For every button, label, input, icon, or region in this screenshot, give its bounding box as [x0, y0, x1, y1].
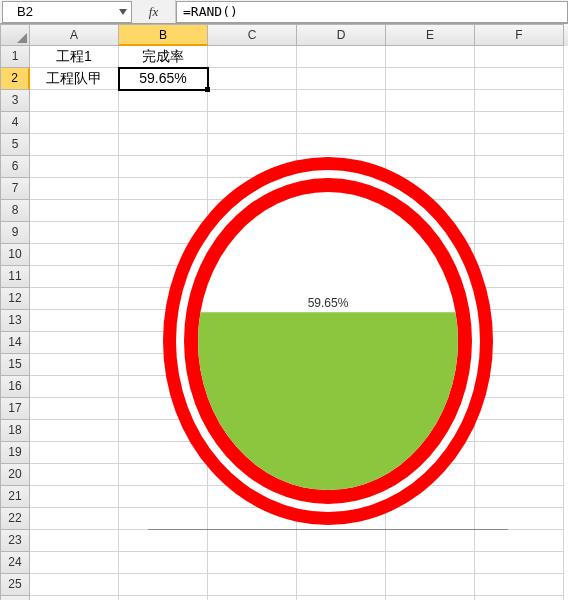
cell-F4[interactable] — [475, 112, 564, 134]
cell-D26[interactable] — [297, 596, 386, 600]
row-header-6[interactable]: 6 — [0, 156, 30, 178]
row-header-5[interactable]: 5 — [0, 134, 30, 156]
row-header-25[interactable]: 25 — [0, 574, 30, 596]
cell-A25[interactable] — [30, 574, 119, 596]
row-header-15[interactable]: 15 — [0, 354, 30, 376]
cell-A26[interactable] — [30, 596, 119, 600]
row-header-17[interactable]: 17 — [0, 398, 30, 420]
spreadsheet-grid[interactable]: A B C D E F 1工程1完成率2工程队甲59.65%3456789101… — [0, 24, 568, 600]
cell-D24[interactable] — [297, 552, 386, 574]
cell-C2[interactable] — [208, 68, 297, 90]
col-header-D[interactable]: D — [297, 24, 386, 46]
cell-A8[interactable] — [30, 200, 119, 222]
cell-F3[interactable] — [475, 90, 564, 112]
row-header-8[interactable]: 8 — [0, 200, 30, 222]
row-header-11[interactable]: 11 — [0, 266, 30, 288]
cell-C25[interactable] — [208, 574, 297, 596]
cell-A2[interactable]: 工程队甲 — [30, 68, 119, 90]
cell-D3[interactable] — [297, 90, 386, 112]
cell-B24[interactable] — [119, 552, 208, 574]
row-header-2[interactable]: 2 — [0, 68, 30, 90]
cell-F24[interactable] — [475, 552, 564, 574]
cell-D1[interactable] — [297, 46, 386, 68]
row-header-4[interactable]: 4 — [0, 112, 30, 134]
cell-A23[interactable] — [30, 530, 119, 552]
cell-A6[interactable] — [30, 156, 119, 178]
name-box-dropdown-icon[interactable] — [115, 2, 131, 22]
cell-A12[interactable] — [30, 288, 119, 310]
select-all-corner[interactable] — [0, 24, 30, 46]
cell-B1[interactable]: 完成率 — [119, 46, 208, 68]
cell-A21[interactable] — [30, 486, 119, 508]
row-header-13[interactable]: 13 — [0, 310, 30, 332]
cell-F1[interactable] — [475, 46, 564, 68]
row-header-3[interactable]: 3 — [0, 90, 30, 112]
col-header-C[interactable]: C — [208, 24, 297, 46]
col-header-B[interactable]: B — [119, 24, 208, 46]
cell-A20[interactable] — [30, 464, 119, 486]
cell-F2[interactable] — [475, 68, 564, 90]
col-header-A[interactable]: A — [30, 24, 119, 46]
cell-A14[interactable] — [30, 332, 119, 354]
cell-A3[interactable] — [30, 90, 119, 112]
col-header-F[interactable]: F — [475, 24, 564, 46]
cell-E26[interactable] — [386, 596, 475, 600]
cell-A19[interactable] — [30, 442, 119, 464]
cell-A1[interactable]: 工程1 — [30, 46, 119, 68]
cell-A7[interactable] — [30, 178, 119, 200]
cell-E23[interactable] — [386, 530, 475, 552]
row-header-26[interactable]: 26 — [0, 596, 30, 600]
row-header-14[interactable]: 14 — [0, 332, 30, 354]
row-header-21[interactable]: 21 — [0, 486, 30, 508]
cell-A18[interactable] — [30, 420, 119, 442]
cell-F25[interactable] — [475, 574, 564, 596]
cell-C4[interactable] — [208, 112, 297, 134]
row-header-1[interactable]: 1 — [0, 46, 30, 68]
row-header-12[interactable]: 12 — [0, 288, 30, 310]
cell-D4[interactable] — [297, 112, 386, 134]
row-header-16[interactable]: 16 — [0, 376, 30, 398]
cell-D23[interactable] — [297, 530, 386, 552]
col-header-E[interactable]: E — [386, 24, 475, 46]
row-header-10[interactable]: 10 — [0, 244, 30, 266]
cell-C23[interactable] — [208, 530, 297, 552]
row-header-18[interactable]: 18 — [0, 420, 30, 442]
row-header-24[interactable]: 24 — [0, 552, 30, 574]
cell-B4[interactable] — [119, 112, 208, 134]
cell-A11[interactable] — [30, 266, 119, 288]
cell-C24[interactable] — [208, 552, 297, 574]
cell-F23[interactable] — [475, 530, 564, 552]
cell-A5[interactable] — [30, 134, 119, 156]
cell-E3[interactable] — [386, 90, 475, 112]
row-header-22[interactable]: 22 — [0, 508, 30, 530]
cell-E4[interactable] — [386, 112, 475, 134]
progress-gauge-chart[interactable]: 59.65% — [158, 152, 498, 530]
cell-C26[interactable] — [208, 596, 297, 600]
cell-A17[interactable] — [30, 398, 119, 420]
cell-D25[interactable] — [297, 574, 386, 596]
row-header-7[interactable]: 7 — [0, 178, 30, 200]
cell-B3[interactable] — [119, 90, 208, 112]
cell-A16[interactable] — [30, 376, 119, 398]
cell-A4[interactable] — [30, 112, 119, 134]
cell-C3[interactable] — [208, 90, 297, 112]
cell-E2[interactable] — [386, 68, 475, 90]
cell-F26[interactable] — [475, 596, 564, 600]
fx-button[interactable]: fx — [132, 0, 176, 23]
row-header-19[interactable]: 19 — [0, 442, 30, 464]
row-header-20[interactable]: 20 — [0, 464, 30, 486]
cell-E24[interactable] — [386, 552, 475, 574]
cell-A24[interactable] — [30, 552, 119, 574]
cell-A22[interactable] — [30, 508, 119, 530]
cell-B26[interactable] — [119, 596, 208, 600]
cell-E25[interactable] — [386, 574, 475, 596]
cell-A10[interactable] — [30, 244, 119, 266]
row-header-9[interactable]: 9 — [0, 222, 30, 244]
row-header-23[interactable]: 23 — [0, 530, 30, 552]
cell-B2[interactable]: 59.65% — [119, 68, 208, 90]
formula-input[interactable]: =RAND() — [176, 1, 568, 23]
cell-A15[interactable] — [30, 354, 119, 376]
name-box[interactable]: B2 — [2, 1, 132, 23]
cell-D2[interactable] — [297, 68, 386, 90]
cell-E1[interactable] — [386, 46, 475, 68]
